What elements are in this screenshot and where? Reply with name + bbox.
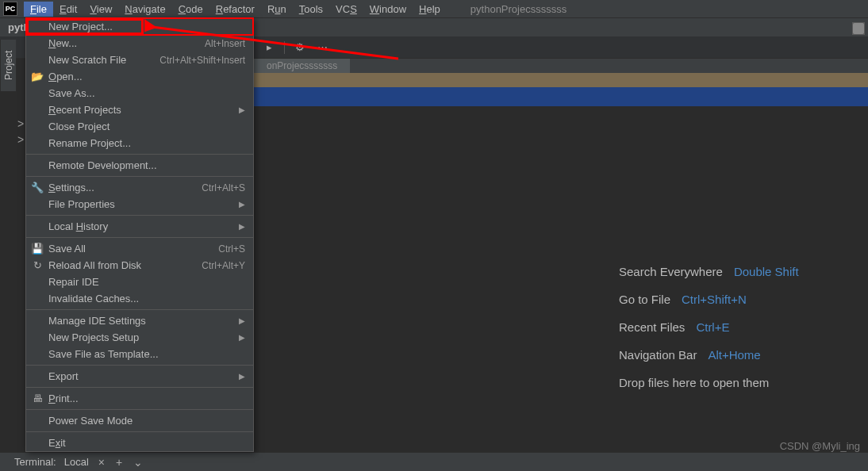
- menu-item-label: Local History: [48, 220, 239, 232]
- menu-item-recent-projects[interactable]: Recent Projects▶: [26, 101, 253, 118]
- avatar-icon: [853, 23, 864, 34]
- menu-item-close-project[interactable]: Close Project: [26, 118, 253, 135]
- menu-separator: [26, 387, 253, 388]
- menu-item-repair-ide[interactable]: Repair IDE: [26, 274, 253, 290]
- menu-item-power-save-mode[interactable]: Power Save Mode: [26, 412, 253, 429]
- menu-item-label: Close Project: [48, 121, 245, 132]
- menu-item-label: Power Save Mode: [48, 415, 245, 427]
- menu-item-print[interactable]: 🖶Print...: [26, 390, 253, 407]
- menu-item-label: Manage IDE Settings: [48, 315, 239, 327]
- plus-icon[interactable]: +: [114, 456, 124, 469]
- menubar-item-help[interactable]: Help: [413, 2, 447, 17]
- menu-shortcut: Ctrl+Alt+S: [202, 182, 245, 193]
- watermark-text: CSDN @Myli_ing: [780, 440, 860, 452]
- menu-item-label: Settings...: [48, 182, 202, 193]
- menu-item-local-history[interactable]: Local History▶: [26, 218, 253, 235]
- menu-item-label: Repair IDE: [48, 276, 245, 288]
- welcome-tip-label: Recent Files: [619, 320, 685, 334]
- menu-item-save-all[interactable]: 💾Save AllCtrl+S: [26, 240, 253, 257]
- menu-item-export[interactable]: Export▶: [26, 368, 253, 385]
- chevron-down-icon[interactable]: ⌄: [132, 456, 144, 469]
- menu-item-settings[interactable]: 🔧Settings...Ctrl+Alt+S: [26, 179, 253, 196]
- menu-shortcut: Ctrl+Alt+Shift+Insert: [159, 55, 245, 66]
- menu-item-new-project[interactable]: New Project...: [26, 18, 253, 35]
- menu-item-exit[interactable]: Exit: [26, 435, 253, 451]
- menu-item-label: New...: [48, 37, 205, 49]
- welcome-drop-hint: Drop files here to open them: [619, 376, 868, 389]
- save-icon: 💾: [31, 243, 44, 255]
- menu-item-remote-development[interactable]: Remote Development...: [26, 157, 253, 174]
- menu-item-manage-ide-settings[interactable]: Manage IDE Settings▶: [26, 312, 253, 329]
- menu-item-rename-project[interactable]: Rename Project...: [26, 135, 253, 151]
- menu-separator: [26, 365, 253, 366]
- menu-separator: [26, 237, 253, 238]
- wrench-icon: 🔧: [31, 182, 44, 194]
- editor-selected-line: [254, 87, 868, 106]
- welcome-tip-row: Recent FilesCtrl+E: [619, 320, 868, 334]
- app-icon: PC: [3, 2, 17, 16]
- menubar-item-run[interactable]: Run: [261, 2, 293, 17]
- welcome-tip-row: Go to FileCtrl+Shift+N: [619, 293, 868, 306]
- menu-separator: [26, 309, 253, 310]
- terminal-session-label[interactable]: Local: [64, 456, 89, 468]
- menu-item-label: New Project...: [48, 21, 245, 33]
- terminal-tab-label[interactable]: Terminal:: [14, 456, 56, 468]
- menu-item-new-scratch-file[interactable]: New Scratch FileCtrl+Alt+Shift+Insert: [26, 52, 253, 68]
- menu-shortcut: Alt+Insert: [205, 38, 245, 49]
- menu-item-label: Save As...: [48, 87, 245, 99]
- project-tool-window-tab[interactable]: Project: [0, 40, 16, 91]
- menu-shortcut: Ctrl+Alt+Y: [202, 260, 245, 271]
- menubar-item-tools[interactable]: Tools: [293, 2, 329, 17]
- menu-item-label: New Projects Setup: [48, 331, 239, 343]
- menubar-item-view[interactable]: View: [83, 2, 118, 17]
- menu-item-file-properties[interactable]: File Properties▶: [26, 196, 253, 213]
- editor-tab-strip: onProjecsssssss: [254, 59, 868, 73]
- gear-icon[interactable]: ⚙: [293, 40, 307, 55]
- menu-item-label: Rename Project...: [48, 137, 245, 149]
- user-avatar-button[interactable]: [852, 22, 865, 35]
- menubar-item-refactor[interactable]: Refactor: [209, 2, 261, 17]
- project-name-label: pythonProjecsssssss: [470, 3, 567, 15]
- hammer-icon[interactable]: ▸: [262, 40, 276, 55]
- menu-separator: [26, 154, 253, 155]
- editor-gutter-highlight: [254, 73, 868, 87]
- menu-item-invalidate-caches[interactable]: Invalidate Caches...: [26, 290, 253, 307]
- welcome-tip-label: Navigation Bar: [619, 348, 697, 362]
- menu-item-save-file-as-template[interactable]: Save File as Template...: [26, 346, 253, 362]
- menu-item-new-projects-setup[interactable]: New Projects Setup▶: [26, 329, 253, 346]
- overflow-icon[interactable]: ⋯: [315, 40, 329, 55]
- menu-item-label: Save File as Template...: [48, 348, 245, 360]
- menu-item-open[interactable]: 📂Open...: [26, 68, 253, 85]
- submenu-arrow-icon: ▶: [239, 316, 245, 325]
- menu-item-label: Reload All from Disk: [48, 259, 202, 271]
- menubar-item-window[interactable]: Window: [363, 2, 413, 17]
- menu-separator: [26, 176, 253, 177]
- menu-item-label: New Scratch File: [48, 54, 159, 66]
- tree-collapse-marker[interactable]: >: [17, 133, 24, 146]
- menu-shortcut: Ctrl+S: [218, 243, 245, 255]
- editor-tab[interactable]: onProjecsssssss: [254, 59, 350, 73]
- menubar-item-edit[interactable]: Edit: [53, 2, 83, 17]
- menu-item-reload-all-from-disk[interactable]: ↻Reload All from DiskCtrl+Alt+Y: [26, 257, 253, 274]
- close-icon[interactable]: ×: [97, 456, 106, 469]
- welcome-tip-label: Search Everywhere: [619, 265, 723, 278]
- menu-item-label: Open...: [48, 71, 245, 82]
- menubar-item-file[interactable]: File: [24, 2, 53, 17]
- welcome-tip-row: Search EverywhereDouble Shift: [619, 265, 868, 278]
- welcome-tip-shortcut: Alt+Home: [708, 348, 760, 362]
- menu-item-save-as[interactable]: Save As...: [26, 85, 253, 101]
- menu-item-label: Export: [48, 370, 239, 382]
- tree-collapse-marker[interactable]: >: [17, 117, 24, 130]
- menu-separator: [26, 409, 253, 410]
- menubar-item-code[interactable]: Code: [172, 2, 209, 17]
- menu-item-new[interactable]: New...Alt+Insert: [26, 35, 253, 52]
- reload-icon: ↻: [31, 259, 44, 272]
- menubar-item-vcs[interactable]: VCS: [329, 2, 363, 17]
- folder-open-icon: 📂: [31, 71, 44, 83]
- menubar-item-navigate[interactable]: Navigate: [118, 2, 171, 17]
- menu-separator: [26, 215, 253, 216]
- menu-item-label: Exit: [48, 437, 245, 449]
- welcome-tips: Search EverywhereDouble ShiftGo to FileC…: [619, 265, 868, 389]
- print-icon: 🖶: [31, 392, 44, 405]
- menu-item-label: Remote Development...: [48, 159, 245, 171]
